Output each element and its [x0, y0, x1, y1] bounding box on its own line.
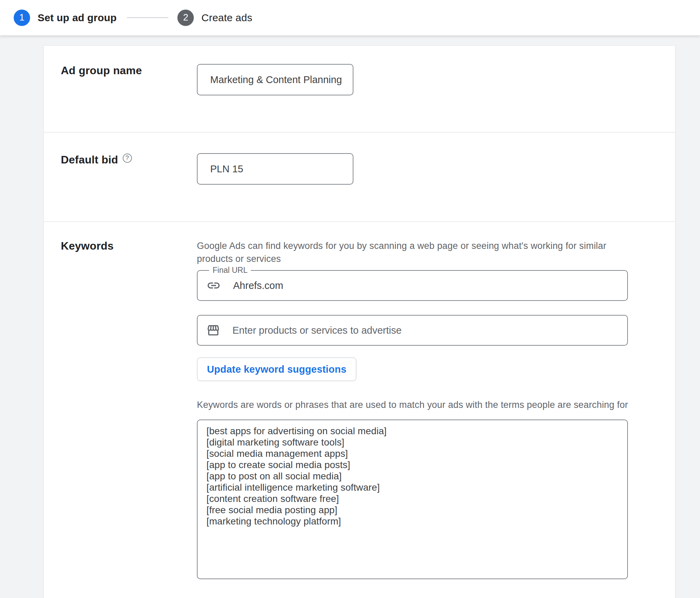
- step-1-circle: 1: [14, 10, 30, 26]
- keywords-intro-text: Google Ads can find keywords for you by …: [197, 239, 634, 265]
- keywords-label: Keywords: [61, 239, 114, 252]
- final-url-floating-label: Final URL: [209, 266, 251, 275]
- ad-group-name-input[interactable]: [197, 64, 353, 95]
- products-services-input[interactable]: [232, 320, 627, 341]
- products-services-field[interactable]: [197, 315, 628, 346]
- step-2-label: Create ads: [201, 12, 252, 24]
- storefront-icon: [206, 323, 220, 337]
- ad-group-name-label: Ad group name: [61, 64, 142, 77]
- step-connector-line: [127, 17, 169, 18]
- step-create-ads[interactable]: 2 Create ads: [177, 10, 252, 26]
- keywords-match-hint-text: Keywords are words or phrases that are u…: [197, 398, 634, 411]
- help-icon[interactable]: ?: [123, 154, 132, 163]
- help-icon-glyph: ?: [125, 155, 129, 162]
- ad-group-name-section: Ad group name: [44, 46, 675, 133]
- final-url-field[interactable]: Final URL: [197, 270, 628, 301]
- default-bid-label: Default bid: [61, 153, 118, 166]
- step-2-number: 2: [183, 12, 188, 23]
- ad-group-form-card: Ad group name Default bid ? Keywords: [43, 45, 675, 598]
- step-2-circle: 2: [177, 10, 194, 26]
- ad-group-setup-page: 1 Set up ad group 2 Create ads Ad group …: [0, 0, 700, 598]
- stepper-bar: 1 Set up ad group 2 Create ads: [0, 0, 700, 36]
- final-url-input[interactable]: [233, 275, 627, 296]
- update-keyword-suggestions-button[interactable]: Update keyword suggestions: [197, 357, 356, 381]
- default-bid-input[interactable]: [197, 153, 353, 185]
- keywords-section: Keywords Google Ads can find keywords fo…: [44, 222, 675, 581]
- default-bid-section: Default bid ?: [44, 133, 675, 222]
- step-1-number: 1: [19, 12, 24, 23]
- link-icon: [206, 278, 221, 293]
- keywords-textarea[interactable]: [best apps for advertising on social med…: [197, 420, 628, 579]
- step-setup-ad-group[interactable]: 1 Set up ad group: [14, 10, 117, 26]
- step-1-label: Set up ad group: [38, 12, 117, 24]
